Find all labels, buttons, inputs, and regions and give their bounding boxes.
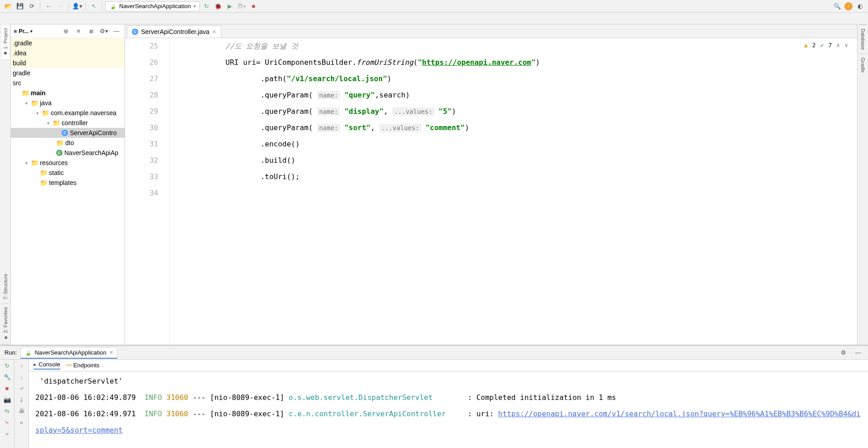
console-tabs: ▸ Console ⚯ Endpoints bbox=[29, 360, 868, 371]
database-tool-tab[interactable]: Database bbox=[859, 24, 867, 54]
tree-folder-java[interactable]: ▾📁java bbox=[11, 98, 125, 108]
back-icon[interactable]: ← bbox=[43, 1, 54, 12]
forward-icon[interactable]: → bbox=[55, 1, 66, 12]
build-hammer-icon[interactable]: ↖ bbox=[88, 1, 99, 12]
arrow-down-icon[interactable]: ↓ bbox=[20, 374, 23, 380]
run-toolbar-primary: ↻ 🔧 ■ 📷 ⇆ ⤷ » bbox=[0, 360, 15, 448]
editor-area: C ServerApiController.java ✕ 25262728293… bbox=[125, 24, 857, 345]
package-icon: 📁 bbox=[42, 109, 49, 117]
soft-wrap-icon[interactable]: ⤶ bbox=[19, 385, 24, 392]
folder-icon: 📁 bbox=[22, 89, 29, 97]
gear-icon[interactable]: ⚙▾ bbox=[98, 26, 109, 37]
run-configuration-dropdown[interactable]: 🍃 NaverSearchApiApplication ▾ bbox=[105, 1, 200, 11]
run-tool-window: Run: 🍃 NaverSearchApiApplication ✕ ⚙ — ↻… bbox=[0, 345, 868, 448]
stop-icon[interactable]: ■ bbox=[5, 385, 9, 392]
print-icon[interactable]: 🖶 bbox=[19, 408, 24, 414]
console-tab[interactable]: ▸ Console bbox=[34, 361, 60, 370]
package-icon: 📁 bbox=[53, 119, 60, 127]
left-tool-stripe: ■ 1: Project 7: Structure ★ 2: Favorites bbox=[0, 24, 11, 345]
camera-icon[interactable]: 📷 bbox=[4, 396, 11, 403]
chevron-down-icon: ▾ bbox=[34, 111, 40, 116]
run-restart-icon[interactable]: ↻ bbox=[201, 1, 212, 12]
tree-package-dto[interactable]: 📁dto bbox=[11, 138, 125, 148]
exit-icon[interactable]: ⤷ bbox=[5, 419, 10, 426]
folder-icon: 📁 bbox=[40, 179, 47, 186]
arrow-up-icon[interactable]: ∧ bbox=[836, 42, 840, 49]
stop-icon[interactable]: ■ bbox=[248, 1, 259, 12]
folder-icon: 📁 bbox=[40, 169, 47, 176]
close-icon[interactable]: ✕ bbox=[212, 29, 216, 35]
run-toolbar-secondary: ↑ ↓ ⤶ ⤓ 🖶 » bbox=[15, 360, 29, 448]
chevron-down-icon: ▾ bbox=[45, 121, 51, 126]
gear-icon[interactable]: ⚙ bbox=[838, 347, 849, 358]
chevron-down-icon: ▾ bbox=[30, 29, 33, 34]
run-label: Run: bbox=[5, 349, 17, 356]
tree-folder-resources[interactable]: ▾📁resources bbox=[11, 158, 125, 168]
folder-icon: ■ bbox=[14, 28, 17, 34]
hide-icon[interactable]: — bbox=[111, 26, 122, 37]
project-tree[interactable]: .gradle .idea build gradle src 📁main ▾📁j… bbox=[11, 38, 125, 345]
tree-folder-idea[interactable]: .idea bbox=[11, 48, 125, 58]
line-gutter: 25262728293031323334 bbox=[125, 38, 170, 345]
user-icon[interactable]: 👤▾ bbox=[72, 1, 82, 12]
search-icon[interactable]: 🔍 bbox=[832, 1, 843, 12]
class-icon: C bbox=[62, 130, 68, 136]
jetbrains-icon[interactable]: ◐ bbox=[854, 1, 865, 12]
source-folder-icon: 📁 bbox=[31, 99, 38, 107]
package-icon: 📁 bbox=[56, 139, 63, 146]
tree-folder-static[interactable]: 📁static bbox=[11, 168, 125, 178]
editor-tabs: C ServerApiController.java ✕ bbox=[125, 24, 857, 38]
run-config-tab[interactable]: 🍃 NaverSearchApiApplication ✕ bbox=[20, 347, 117, 359]
code-content[interactable]: //도 요청을 보낼 것 URI uri= UriComponentsBuild… bbox=[170, 38, 857, 345]
arrow-down-icon[interactable]: ∨ bbox=[844, 42, 848, 49]
rerun-icon[interactable]: ↻ bbox=[5, 362, 10, 369]
tree-folder-gradle[interactable]: gradle bbox=[11, 68, 125, 78]
close-icon[interactable]: ✕ bbox=[109, 350, 113, 355]
spring-leaf-icon: 🍃 bbox=[24, 349, 32, 356]
arrow-up-icon[interactable]: ↑ bbox=[20, 362, 23, 369]
open-icon[interactable]: 📂 bbox=[3, 1, 14, 12]
gradle-tool-tab[interactable]: Gradle bbox=[859, 54, 867, 76]
sync-icon[interactable]: ⟳ bbox=[26, 1, 37, 12]
more-icon[interactable]: » bbox=[20, 419, 23, 426]
tree-package-controller[interactable]: ▾📁controller bbox=[11, 118, 125, 128]
more-icon[interactable]: » bbox=[5, 430, 9, 437]
main-toolbar: 📂 💾 ⟳ ← → 👤▾ ↖ 🍃 NaverSearchApiApplicati… bbox=[0, 0, 868, 13]
update-icon[interactable]: ↑ bbox=[844, 2, 853, 10]
locate-icon[interactable]: ⊕ bbox=[60, 26, 71, 37]
class-icon: C bbox=[56, 150, 63, 156]
tree-folder-main[interactable]: 📁main bbox=[11, 88, 125, 98]
scroll-end-icon[interactable]: ⤓ bbox=[19, 396, 24, 403]
endpoints-tab[interactable]: ⚯ Endpoints bbox=[67, 362, 100, 369]
run-coverage-icon[interactable]: ▶ bbox=[224, 1, 235, 12]
project-view-title[interactable]: ■ Pr... ▾ bbox=[14, 28, 33, 34]
collapse-all-icon[interactable]: ≣ bbox=[86, 26, 97, 37]
wrench-icon[interactable]: 🔧 bbox=[4, 374, 11, 380]
tree-folder-build[interactable]: build bbox=[11, 58, 125, 68]
right-tool-stripe: Database Gradle bbox=[857, 24, 868, 345]
code-editor[interactable]: 25262728293031323334 //도 요청을 보낼 것 URI ur… bbox=[125, 38, 857, 345]
tree-folder-src[interactable]: src bbox=[11, 78, 125, 88]
tree-package[interactable]: ▾📁com.example.naversea bbox=[11, 108, 125, 118]
tree-folder-templates[interactable]: 📁templates bbox=[11, 178, 125, 188]
editor-tab-controller[interactable]: C ServerApiController.java ✕ bbox=[127, 25, 221, 38]
layout-icon[interactable]: ⇆ bbox=[5, 408, 10, 414]
star-icon: ★ bbox=[3, 335, 8, 341]
debug-icon[interactable]: 🐞 bbox=[213, 1, 223, 12]
structure-tool-tab[interactable]: 7: Structure bbox=[2, 270, 9, 304]
spring-leaf-icon: 🍃 bbox=[109, 3, 116, 10]
resources-folder-icon: 📁 bbox=[31, 159, 38, 166]
expand-all-icon[interactable]: ≡ bbox=[73, 26, 84, 37]
favorites-tool-tab[interactable]: ★ 2: Favorites bbox=[1, 303, 9, 345]
console-output[interactable]: 'dispatcherServlet' 2021-08-06 16:02:49.… bbox=[29, 371, 868, 448]
profile-icon[interactable]: ⏱▾ bbox=[236, 1, 247, 12]
project-tool-tab[interactable]: ■ 1: Project bbox=[2, 24, 9, 60]
tree-file-controller[interactable]: CServerApiContro bbox=[11, 128, 125, 138]
save-icon[interactable]: 💾 bbox=[15, 1, 25, 12]
hide-icon[interactable]: — bbox=[853, 347, 863, 358]
tree-file-app[interactable]: CNaverSearchApiAp bbox=[11, 148, 125, 158]
check-icon: ✔ bbox=[820, 42, 824, 49]
editor-inspection-widget[interactable]: ▲2 ✔7 ∧ ∨ bbox=[804, 42, 848, 49]
tree-folder-gradle-dot[interactable]: .gradle bbox=[11, 38, 125, 48]
class-icon: C bbox=[132, 29, 138, 35]
